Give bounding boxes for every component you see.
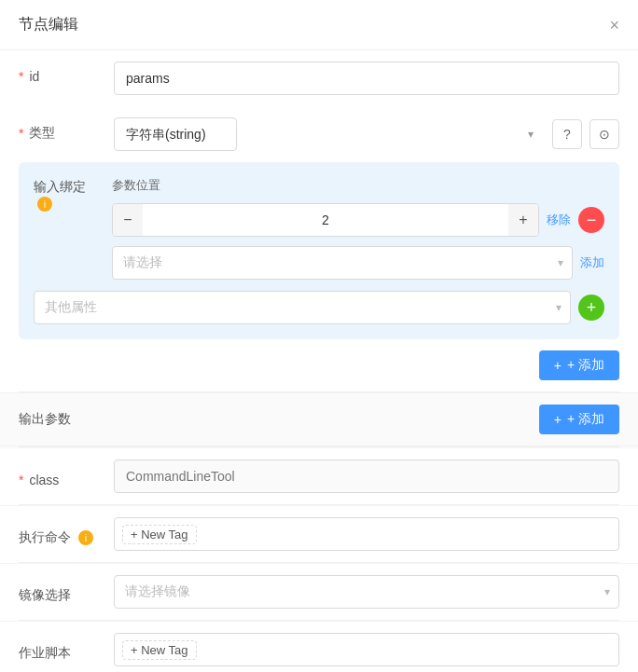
type-select[interactable]: 字符串(string) 数字(number) 布尔(boolean) 对象(ob… [114,117,237,151]
type-select-arrow: ▾ [528,128,534,141]
type-field-row: * 类型 字符串(string) 数字(number) 布尔(boolean) … [0,106,638,162]
stepper-plus-button[interactable]: + [508,204,538,236]
other-props-select-wrap: ▾ 其他属性 [34,291,571,324]
id-input[interactable] [114,62,619,95]
stepper-wrap: − + [112,203,539,237]
type-required-star: * [19,126,23,141]
input-params-add-row: + + 添加 [0,339,638,391]
binding-select-wrap: ▾ 请选择 [112,246,573,280]
id-label: * id [19,62,103,84]
remove-circle-button[interactable]: − [578,207,604,233]
input-binding-info-icon[interactable]: i [37,197,52,212]
modal-title: 节点编辑 [19,15,78,34]
add-circle-button[interactable]: + [578,295,604,321]
minus-icon: − [587,212,597,228]
output-params-label: 输出参数 [19,411,71,426]
plus-icon: + [587,299,597,316]
binding-select[interactable] [112,246,573,280]
input-binding-card: 输入绑定 i 参数位置 − + 移除 − [19,162,619,339]
id-field-row: * id [0,50,638,106]
id-required-star: * [19,69,23,84]
add-plus-icon: + [554,358,562,373]
exec-command-new-tag-button[interactable]: + New Tag [122,525,197,544]
input-params-add-button[interactable]: + + 添加 [539,350,619,380]
class-label: * class [19,465,103,487]
type-input-wrap: 字符串(string) 数字(number) 布尔(boolean) 对象(ob… [114,117,619,151]
close-button[interactable]: × [609,17,619,34]
output-params-add-button[interactable]: + + 添加 [539,405,619,434]
modal-header: 节点编辑 × [0,0,638,50]
class-input-wrap [114,459,619,493]
type-gear-button[interactable]: ⊙ [589,119,619,149]
class-field-row: * class [0,447,638,504]
exec-command-label: 执行命令 i [19,522,103,546]
modal-body: * id * 类型 字符串(string) 数字(number) 布 [0,50,638,672]
output-label-wrap: 输出参数 [19,411,528,428]
other-props-select[interactable] [34,291,571,324]
class-required-star: * [19,473,23,487]
id-input-wrap [114,62,619,95]
image-select-row: 镜像选择 请选择镜像 ▾ [0,563,638,620]
type-select-wrap: 字符串(string) 数字(number) 布尔(boolean) 对象(ob… [114,117,619,151]
gear-icon: ⊙ [599,127,610,142]
stepper-minus-button[interactable]: − [113,204,143,236]
modal-container: 节点编辑 × * id * 类型 字符串(s [0,0,638,672]
input-binding-label: 输入绑定 i [34,177,101,212]
output-add-plus-icon: + [554,412,562,427]
remove-link[interactable]: 移除 [547,212,571,228]
image-select[interactable] [114,575,619,609]
param-position-label: 参数位置 [112,177,604,194]
exec-command-tag-input[interactable]: + New Tag [114,517,619,551]
other-props-row: ▾ 其他属性 + [34,291,604,324]
output-params-row: 输出参数 + + 添加 [0,392,638,446]
stepper-value-input[interactable] [143,213,508,227]
stepper-row: − + 移除 − [112,203,604,237]
binding-select-row: ▾ 请选择 添加 [112,246,604,280]
input-binding-content: 参数位置 − + 移除 − [112,177,604,280]
work-script-row: 作业脚本 + New Tag [0,621,638,672]
class-input[interactable] [114,459,619,493]
work-script-label: 作业脚本 [19,638,103,662]
binding-add-link[interactable]: 添加 [580,254,604,271]
exec-command-row: 执行命令 i + New Tag [0,505,638,562]
image-select-wrap: 请选择镜像 ▾ [114,575,619,609]
work-script-tag-input[interactable]: + New Tag [114,633,619,666]
input-binding-header-row: 输入绑定 i 参数位置 − + 移除 − [34,177,604,280]
type-help-button[interactable]: ? [552,119,582,149]
image-select-label: 镜像选择 [19,580,103,604]
exec-command-info-icon[interactable]: i [78,530,93,545]
type-label: * 类型 [19,117,103,142]
work-script-new-tag-button[interactable]: + New Tag [122,640,197,660]
